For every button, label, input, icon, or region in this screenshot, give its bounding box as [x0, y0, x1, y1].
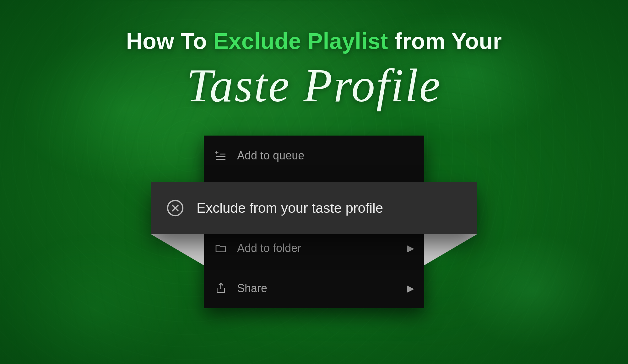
title-part-3: from Your [388, 29, 502, 54]
title-line-1: How To Exclude Playlist from Your [0, 30, 628, 52]
exclude-icon [166, 199, 185, 217]
menu-item-label: Add to queue [237, 149, 414, 162]
highlighted-menu-item-container: Exclude from your taste profile [151, 182, 477, 234]
menu-item-label: Exclude from your taste profile [197, 200, 383, 216]
ribbon-right [424, 234, 477, 265]
add-to-queue-icon [214, 149, 228, 163]
menu-item-add-to-queue[interactable]: Add to queue [204, 136, 424, 176]
page-title: How To Exclude Playlist from Your Taste … [0, 30, 628, 109]
folder-icon [214, 241, 228, 255]
chevron-right-icon: ▶ [407, 283, 414, 294]
chevron-right-icon: ▶ [407, 243, 414, 254]
menu-item-label: Share [237, 282, 398, 295]
title-line-2: Taste Profile [0, 62, 628, 109]
title-part-1: How To [126, 29, 214, 54]
menu-item-share[interactable]: Share ▶ [204, 268, 424, 308]
menu-item-label: Add to folder [237, 242, 398, 255]
share-icon [214, 281, 228, 295]
title-part-2: Exclude Playlist [214, 29, 388, 54]
ribbon-left [151, 234, 204, 265]
menu-item-exclude-taste-profile[interactable]: Exclude from your taste profile [151, 182, 477, 234]
